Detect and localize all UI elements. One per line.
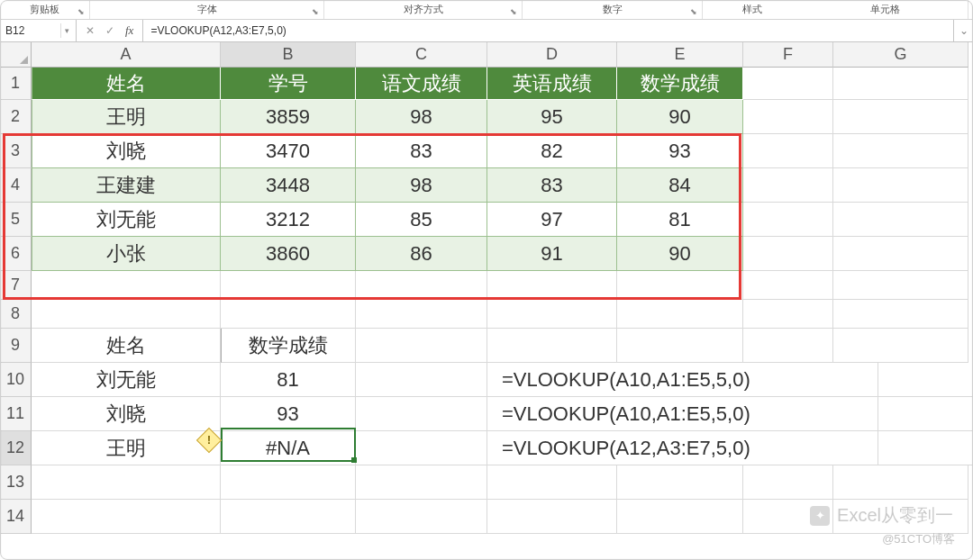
cell[interactable]: 刘无能: [32, 363, 221, 397]
cell[interactable]: [833, 100, 968, 134]
cell[interactable]: 王明: [32, 100, 221, 134]
cell[interactable]: [743, 465, 833, 500]
cell[interactable]: 刘无能: [32, 203, 221, 237]
cell[interactable]: [743, 168, 833, 203]
row-header[interactable]: 1: [0, 68, 32, 100]
cell[interactable]: 3860: [221, 237, 356, 271]
cell[interactable]: [487, 465, 617, 500]
cell[interactable]: 91: [487, 237, 617, 271]
cell[interactable]: [878, 363, 973, 397]
cancel-icon[interactable]: ✕: [86, 24, 95, 37]
name-box[interactable]: B12 ▾: [0, 20, 77, 41]
cell[interactable]: [356, 363, 487, 397]
cell[interactable]: [221, 500, 356, 534]
row-header[interactable]: 4: [0, 168, 32, 203]
cell[interactable]: [833, 168, 968, 203]
cell[interactable]: [356, 397, 487, 431]
cell[interactable]: [356, 431, 487, 465]
row-header[interactable]: 14: [0, 500, 32, 534]
cell[interactable]: [487, 300, 617, 329]
cell[interactable]: 3859: [221, 100, 356, 134]
dialog-launcher-icon[interactable]: ⬊: [76, 6, 86, 17]
cell[interactable]: [743, 100, 833, 134]
ribbon-group-alignment[interactable]: 对齐方式 ⬊: [324, 0, 523, 19]
cell[interactable]: 姓名: [32, 329, 221, 363]
row-header[interactable]: 5: [0, 203, 32, 237]
cell[interactable]: [32, 300, 221, 329]
cell[interactable]: =VLOOKUP(A10,A1:E5,5,0): [487, 397, 878, 431]
cell[interactable]: [356, 300, 487, 329]
fx-icon[interactable]: fx: [125, 23, 133, 38]
cell[interactable]: 95: [487, 100, 617, 134]
cell[interactable]: [833, 134, 968, 168]
cell[interactable]: [487, 329, 617, 363]
row-header[interactable]: 13: [0, 465, 32, 500]
row-header[interactable]: 11: [0, 397, 32, 431]
cell[interactable]: =VLOOKUP(A12,A3:E7,5,0): [487, 431, 878, 465]
cell[interactable]: [221, 271, 356, 300]
cell[interactable]: [833, 203, 968, 237]
cell[interactable]: [356, 329, 487, 363]
cell[interactable]: [743, 134, 833, 168]
cell[interactable]: [833, 271, 968, 300]
cell[interactable]: [617, 300, 743, 329]
cell[interactable]: 93: [617, 134, 743, 168]
col-header-A[interactable]: A: [32, 42, 221, 68]
formula-input[interactable]: =VLOOKUP(A12,A3:E7,5,0): [143, 20, 953, 41]
col-header-C[interactable]: C: [356, 42, 487, 68]
cell[interactable]: [617, 465, 743, 500]
cell[interactable]: [32, 271, 221, 300]
cell[interactable]: 85: [356, 203, 487, 237]
cell[interactable]: 学号: [221, 68, 356, 100]
cell[interactable]: [833, 329, 968, 363]
col-header-D[interactable]: D: [487, 42, 617, 68]
row-header[interactable]: 7: [0, 271, 32, 300]
cell[interactable]: 90: [617, 237, 743, 271]
cell[interactable]: [743, 300, 833, 329]
col-header-F[interactable]: F: [743, 42, 833, 68]
ribbon-group-number[interactable]: 数字 ⬊: [523, 0, 703, 19]
cell[interactable]: [617, 271, 743, 300]
cell[interactable]: [743, 68, 833, 100]
cell[interactable]: [221, 300, 356, 329]
cell[interactable]: 刘晓: [32, 134, 221, 168]
cell[interactable]: 王明: [32, 431, 221, 465]
cell[interactable]: 97: [487, 203, 617, 237]
col-header-E[interactable]: E: [617, 42, 743, 68]
cell[interactable]: 93: [221, 397, 356, 431]
dialog-launcher-icon[interactable]: ⬊: [310, 6, 321, 17]
cell[interactable]: [743, 329, 833, 363]
row-header[interactable]: 8: [0, 300, 32, 329]
cell[interactable]: [833, 237, 968, 271]
cell[interactable]: 98: [356, 100, 487, 134]
cell[interactable]: 83: [356, 134, 487, 168]
row-header[interactable]: 3: [0, 134, 32, 168]
ribbon-group-cells[interactable]: 单元格: [802, 0, 968, 19]
cell[interactable]: 姓名: [32, 68, 221, 100]
row-header[interactable]: 12: [0, 431, 32, 465]
dialog-launcher-icon[interactable]: ⬊: [508, 6, 519, 17]
confirm-icon[interactable]: ✓: [105, 24, 114, 37]
row-header[interactable]: 9: [0, 329, 32, 363]
cell[interactable]: 3448: [221, 168, 356, 203]
ribbon-group-clipboard[interactable]: 剪贴板 ⬊: [0, 0, 90, 19]
cell[interactable]: 82: [487, 134, 617, 168]
cell[interactable]: [617, 329, 743, 363]
cell[interactable]: 数学成绩: [221, 329, 356, 363]
col-header-B[interactable]: B: [221, 42, 356, 68]
row-header[interactable]: 6: [0, 237, 32, 271]
cell[interactable]: [743, 237, 833, 271]
cell[interactable]: 王建建: [32, 168, 221, 203]
cell[interactable]: [32, 500, 221, 534]
cell[interactable]: [833, 300, 968, 329]
cell[interactable]: [356, 500, 487, 534]
cell[interactable]: 84: [617, 168, 743, 203]
cell[interactable]: [487, 500, 617, 534]
cell[interactable]: 英语成绩: [487, 68, 617, 100]
cell[interactable]: [878, 431, 973, 465]
cell[interactable]: 3470: [221, 134, 356, 168]
cell[interactable]: 81: [221, 363, 356, 397]
expand-formula-bar-icon[interactable]: ⌄: [953, 20, 973, 41]
cell[interactable]: 语文成绩: [356, 68, 487, 100]
cell[interactable]: [221, 465, 356, 500]
